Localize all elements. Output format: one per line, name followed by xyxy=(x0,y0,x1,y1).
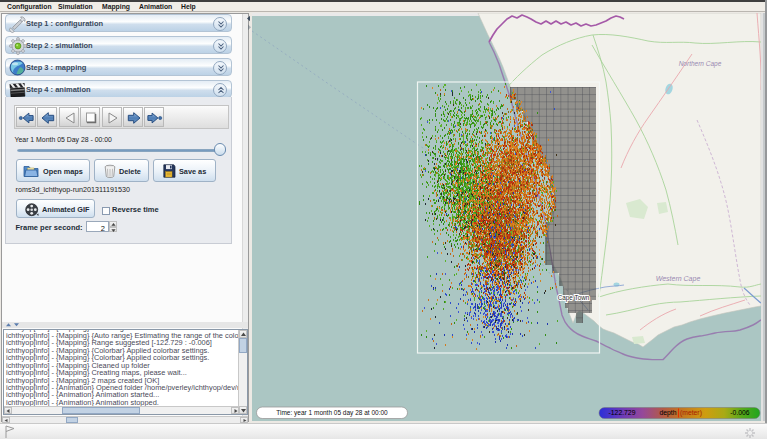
svg-text:(meter): (meter) xyxy=(680,409,702,417)
svg-text:-122.729: -122.729 xyxy=(609,409,636,416)
svg-text:Northern Cape: Northern Cape xyxy=(679,60,722,68)
svg-text:Western Cape: Western Cape xyxy=(656,275,701,283)
svg-text:Time: year 1 month 05 day 28 a: Time: year 1 month 05 day 28 at 00:00 xyxy=(276,409,388,417)
svg-text:-0.006: -0.006 xyxy=(730,409,749,416)
svg-text:depth: depth xyxy=(659,409,676,417)
svg-text:Cape Town: Cape Town xyxy=(558,294,590,302)
